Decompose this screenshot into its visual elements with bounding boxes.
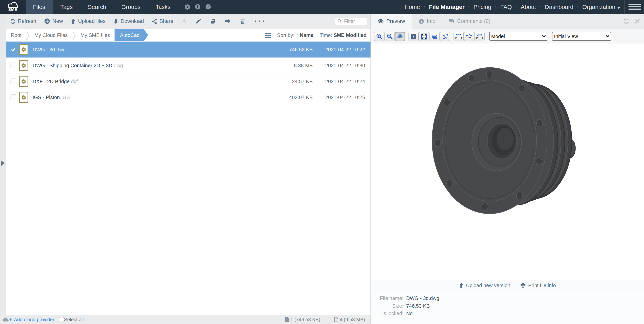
new-button[interactable]: New [40, 14, 67, 29]
filter-input[interactable] [343, 18, 365, 24]
link-dashboard[interactable]: Dashboard [545, 4, 574, 10]
orbit-3d-button[interactable] [395, 32, 405, 41]
breadcrumb-my-sme-files[interactable]: My SME files [76, 32, 115, 38]
measure-controls [454, 32, 484, 41]
model-viewport[interactable] [371, 44, 644, 280]
refresh-button[interactable]: Refresh [6, 14, 40, 29]
grid-view-icon[interactable] [265, 33, 271, 38]
ellipsis-icon: • • • [255, 18, 265, 24]
total-files-counter: 4 (9.53 MB) [334, 317, 365, 322]
upload-files-button[interactable]: Upload files [67, 14, 110, 29]
print-file-info-label: Print file info [528, 282, 556, 288]
add-cloud-provider-label: Add cloud provider [14, 317, 54, 322]
row-checkbox[interactable] [10, 94, 16, 100]
file-outline-icon [334, 317, 338, 322]
hamburger-menu-icon[interactable] [628, 0, 641, 14]
link-pricing[interactable]: Pricing [474, 4, 491, 10]
comments-icon [449, 19, 454, 24]
file-extension: .dwg [55, 46, 66, 52]
file-manager-pane: Refresh New Upload files Download S [0, 14, 371, 324]
file-row[interactable]: DXF - 2D Bridge.dxf 24.57 KB 2021-04-22 … [6, 73, 370, 89]
view-select[interactable]: Initial View [552, 32, 611, 41]
delete-button[interactable] [236, 14, 250, 29]
link-about[interactable]: About [521, 4, 536, 10]
measure-distance-button[interactable] [454, 32, 464, 41]
refresh-preview-icon[interactable] [624, 18, 629, 24]
sort-value: Name [300, 32, 314, 38]
sort-ascending-icon: ↑ [296, 32, 298, 38]
select-cursor-button[interactable] [440, 32, 450, 41]
breadcrumb-chevron-icon [72, 30, 76, 40]
fit-extents-button[interactable] [408, 32, 418, 41]
settings-gear-icon[interactable] [182, 0, 192, 14]
download-button[interactable]: Download [110, 14, 148, 29]
sme-logo[interactable]: SME [0, 0, 26, 14]
print-file-info-button[interactable]: Print file info [520, 282, 556, 288]
measure-angle-button[interactable] [464, 32, 474, 41]
separator-dot: · [540, 4, 542, 10]
sort-control[interactable]: Sort by: ↑ Name [277, 32, 314, 38]
info-circle-icon [418, 19, 424, 24]
zoom-in-button[interactable] [374, 32, 384, 41]
breadcrumb-my-cloud-files[interactable]: My Cloud Files [30, 32, 72, 38]
share-button[interactable]: Share [148, 14, 177, 29]
breadcrumb-root[interactable]: Root [6, 32, 26, 38]
fit-window-button[interactable] [419, 32, 429, 41]
layers-button[interactable] [430, 32, 440, 41]
copy-button[interactable] [206, 14, 220, 29]
file-size: 8.38 MB [268, 62, 313, 68]
rename-font-button[interactable]: A [177, 14, 191, 29]
link-faq[interactable]: FAQ [500, 4, 512, 10]
upload-new-version-button[interactable]: Upload new version [459, 282, 510, 288]
zoom-out-button[interactable] [384, 32, 394, 41]
info-icon[interactable] [192, 0, 203, 14]
edit-button[interactable] [191, 14, 206, 29]
link-file-manager[interactable]: File Manager [429, 4, 464, 10]
file-details-panel: File name: DWG - 3d.dwg Size: 746.53 KB … [371, 291, 644, 324]
nav-item-groups[interactable]: Groups [114, 0, 148, 14]
detail-label: File name: [371, 294, 404, 302]
nav-label: Files [33, 4, 45, 10]
select-all-checkbox[interactable] [59, 317, 64, 322]
nav-item-search[interactable]: Search [80, 0, 114, 14]
zoom-controls [374, 32, 405, 41]
file-modified: 2021-04-22 10:25 [313, 94, 370, 100]
file-toolbar: Refresh New Upload files Download S [6, 14, 370, 29]
file-row[interactable]: DWG - 3d.dwg 746.53 KB 2021-04-22 10:22 [6, 42, 370, 58]
separator-dot: · [495, 4, 497, 10]
copy-icon [210, 19, 216, 24]
breadcrumb-autocad-current[interactable]: AutoCad [115, 29, 148, 41]
tab-info[interactable]: Info [412, 14, 442, 29]
download-arrow-icon [113, 19, 118, 24]
row-checkbox[interactable] [10, 78, 16, 84]
move-button[interactable] [220, 14, 236, 29]
cad-file-icon [19, 76, 28, 87]
nav-item-files[interactable]: Files [26, 0, 53, 14]
measure-area-button[interactable] [474, 32, 484, 41]
cloud-icon [2, 317, 8, 322]
file-row[interactable]: DWG - Shipping Container 2D + 3D.dwg 8.3… [6, 58, 370, 73]
upload-arrow-icon [459, 283, 464, 288]
model-space-select[interactable]: Model [489, 32, 548, 41]
link-home[interactable]: Home [405, 4, 420, 10]
tab-comments[interactable]: Comments (0) [442, 14, 497, 29]
link-organization[interactable]: Organization [582, 4, 620, 10]
site-links: Home · File Manager · Pricing · FAQ · Ab… [405, 0, 620, 14]
row-checkbox-checked[interactable] [10, 47, 17, 52]
file-row[interactable]: IGS - Piston.IGS 402.07 KB 2021-04-22 10… [6, 89, 370, 105]
arrow-right-icon [225, 19, 231, 24]
nav-item-tasks[interactable]: Tasks [148, 0, 178, 14]
tab-preview[interactable]: Preview [371, 14, 412, 29]
time-value: SME Modified [334, 32, 366, 38]
more-options-button[interactable]: • • • [250, 14, 270, 29]
nav-item-tags[interactable]: Tags [53, 0, 80, 14]
add-cloud-provider-link[interactable]: + Add cloud provider [8, 317, 54, 322]
refresh-label: Refresh [18, 18, 36, 24]
expand-sidebar-toggle[interactable] [1, 160, 5, 166]
total-summary: 4 (9.53 MB) [340, 317, 365, 322]
help-icon[interactable]: ? [203, 0, 214, 14]
close-icon[interactable] [635, 19, 640, 24]
row-checkbox[interactable] [10, 62, 16, 68]
chevron-down-icon [617, 7, 620, 9]
time-column-control[interactable]: Time: SME Modified [320, 32, 366, 38]
